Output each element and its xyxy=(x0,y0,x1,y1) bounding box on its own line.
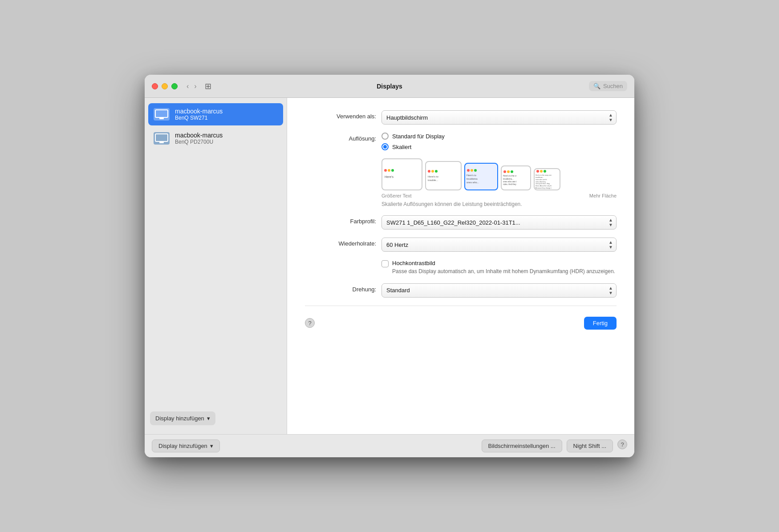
sidebar-item-0[interactable]: macbook-marcus BenQ SW271 xyxy=(148,103,283,125)
auflosung-row: Auflösung: Standard für Display Skaliert xyxy=(305,133,617,150)
traffic-lights xyxy=(152,83,178,89)
res-text-1: Here's xyxy=(382,173,422,181)
sidebar: macbook-marcus BenQ SW271 macbook-marcus… xyxy=(145,98,287,434)
verwenden-label: Verwenden als: xyxy=(305,110,376,120)
wiederholrate-value: 60 Hertz ▲ ▼ xyxy=(381,238,617,252)
res-text-3: Here's totroublemaones who... xyxy=(465,173,497,185)
dot-green-4 xyxy=(511,170,513,173)
res-thumb-3-header xyxy=(465,168,497,173)
svg-rect-2 xyxy=(155,134,168,141)
auflosung-label: Auflösung: xyxy=(305,133,376,142)
wiederholrate-select-wrapper[interactable]: 60 Hertz ▲ ▼ xyxy=(381,238,617,252)
radio-standard-circle[interactable] xyxy=(381,133,389,140)
monitor-icon-0 xyxy=(154,108,170,121)
mehr-flaeche-label: Mehr Fläche xyxy=(589,193,617,198)
wiederholrate-select[interactable]: 60 Hertz xyxy=(381,238,617,252)
farbprofil-select-wrapper[interactable]: SW271 1_D65_L160_G22_Rel320_2022-01-31T1… xyxy=(381,215,617,230)
dot-green-3 xyxy=(474,169,477,172)
hochkontrast-value: Hochkontrastbild Passe das Display autom… xyxy=(381,260,617,275)
verwenden-select[interactable]: Hauptbildschirm xyxy=(381,110,617,125)
drehung-value: Standard ▲ ▼ xyxy=(381,283,617,298)
resolution-value: Here's Here's totrouble... xyxy=(381,158,617,207)
hochkontrast-desc: Passe das Display automatisch an, um Inh… xyxy=(392,268,615,275)
farbprofil-value: SW271 1_D65_L160_G22_Rel320_2022-01-31T1… xyxy=(381,215,617,230)
maximize-button[interactable] xyxy=(171,83,178,89)
hochkontrast-checkbox[interactable] xyxy=(381,260,389,267)
minimize-button[interactable] xyxy=(162,83,168,89)
dot-green-5 xyxy=(544,170,546,173)
detail-panel: Verwenden als: Hauptbildschirm ▲ ▼ A xyxy=(287,98,634,434)
search-box[interactable]: 🔍 Suchen xyxy=(589,81,627,91)
svg-rect-3 xyxy=(159,142,164,143)
window-title: Displays xyxy=(377,83,402,90)
svg-rect-0 xyxy=(155,110,168,117)
add-display-bottom-label: Display hinzufügen xyxy=(158,443,207,449)
close-button[interactable] xyxy=(152,83,158,89)
res-thumb-2-header xyxy=(426,169,461,174)
radio-skaliert-item[interactable]: Skaliert xyxy=(381,143,617,150)
bottom-bar: Display hinzufügen ▾ Bildschirmeinstellu… xyxy=(145,434,634,457)
wiederholrate-label: Wiederholrate: xyxy=(305,238,376,247)
add-display-button[interactable]: Display hinzufügen ▾ xyxy=(150,411,215,425)
dot-yellow-2 xyxy=(431,170,434,173)
add-display-chevron: ▾ xyxy=(207,415,210,422)
fertig-button[interactable]: Fertig xyxy=(584,317,617,330)
drehung-row: Drehung: Standard ▲ ▼ xyxy=(305,283,617,298)
res-text-2: Here's totrouble... xyxy=(426,174,461,183)
night-shift-button[interactable]: Night Shift ... xyxy=(567,439,613,452)
res-text-4: Here's to the crtroublema...ones who see… xyxy=(502,174,530,186)
radio-standard-item[interactable]: Standard für Display xyxy=(381,133,617,140)
forward-button[interactable]: › xyxy=(192,82,198,91)
resolution-grid: Here's Here's totrouble... xyxy=(381,158,617,190)
svg-rect-1 xyxy=(159,118,164,119)
res-thumb-5-header xyxy=(535,169,560,174)
res-thumb-2[interactable]: Here's totrouble... xyxy=(425,161,462,190)
sidebar-item-sub-1: BenQ PD2700U xyxy=(175,139,223,145)
res-thumb-4-header xyxy=(502,169,530,174)
sidebar-bottom: Display hinzufügen ▾ xyxy=(148,408,283,429)
dot-green-2 xyxy=(435,170,438,173)
hochkontrast-text: Hochkontrastbild Passe das Display autom… xyxy=(392,260,615,275)
resolution-spacer xyxy=(305,158,376,161)
groesserer-text-label: Größerer Text xyxy=(381,193,412,198)
sidebar-item-text-1: macbook-marcus BenQ PD2700U xyxy=(175,132,223,145)
nav-buttons: ‹ › xyxy=(185,82,199,91)
back-button[interactable]: ‹ xyxy=(185,82,191,91)
add-display-bottom-button[interactable]: Display hinzufügen ▾ xyxy=(152,439,220,452)
drehung-select[interactable]: Standard xyxy=(381,283,617,298)
bottom-help-button[interactable]: ? xyxy=(617,439,627,449)
dot-red-1 xyxy=(384,169,387,172)
resolution-row: Here's Here's totrouble... xyxy=(305,158,617,207)
farbprofil-select[interactable]: SW271 1_D65_L160_G22_Rel320_2022-01-31T1… xyxy=(381,215,617,230)
dot-yellow-5 xyxy=(540,170,543,173)
wiederholrate-row: Wiederholrate: 60 Hertz ▲ ▼ xyxy=(305,238,617,252)
res-thumb-5[interactable]: Here's to the crazy onetroublema...ones … xyxy=(534,168,560,190)
search-placeholder: Suchen xyxy=(603,83,623,89)
add-display-bottom-chevron: ▾ xyxy=(210,443,213,449)
dot-red-2 xyxy=(428,170,430,173)
divider xyxy=(305,306,617,306)
hochkontrast-label: Hochkontrastbild xyxy=(392,260,615,266)
sidebar-item-1[interactable]: macbook-marcus BenQ PD2700U xyxy=(148,127,283,149)
bildschirm-button[interactable]: Bildschirmeinstellungen ... xyxy=(482,439,562,452)
res-thumb-1[interactable]: Here's xyxy=(381,158,422,190)
radio-skaliert-circle[interactable] xyxy=(381,143,389,150)
dot-red-3 xyxy=(467,169,470,172)
sidebar-item-name-0: macbook-marcus xyxy=(175,108,223,115)
dot-yellow-3 xyxy=(471,169,473,172)
sidebar-item-name-1: macbook-marcus xyxy=(175,132,223,139)
detail-bottom: ? Fertig xyxy=(305,310,617,330)
verwenden-select-wrapper[interactable]: Hauptbildschirm ▲ ▼ xyxy=(381,110,617,125)
help-button[interactable]: ? xyxy=(305,318,315,328)
dot-red-4 xyxy=(503,170,506,173)
grid-button[interactable]: ⊞ xyxy=(203,81,213,92)
res-thumb-4[interactable]: Here's to the crtroublema...ones who see… xyxy=(501,165,531,190)
bottom-right: Bildschirmeinstellungen ... Night Shift … xyxy=(482,439,627,452)
warning-text: Skalierte Auflösungen können die Leistun… xyxy=(381,201,617,207)
res-thumb-3[interactable]: Here's totroublemaones who... xyxy=(464,163,498,190)
hochkontrast-spacer xyxy=(305,260,376,262)
dot-green-1 xyxy=(391,169,394,172)
titlebar: ‹ › ⊞ Displays 🔍 Suchen xyxy=(145,75,634,98)
radio-group: Standard für Display Skaliert xyxy=(381,133,617,150)
drehung-select-wrapper[interactable]: Standard ▲ ▼ xyxy=(381,283,617,298)
